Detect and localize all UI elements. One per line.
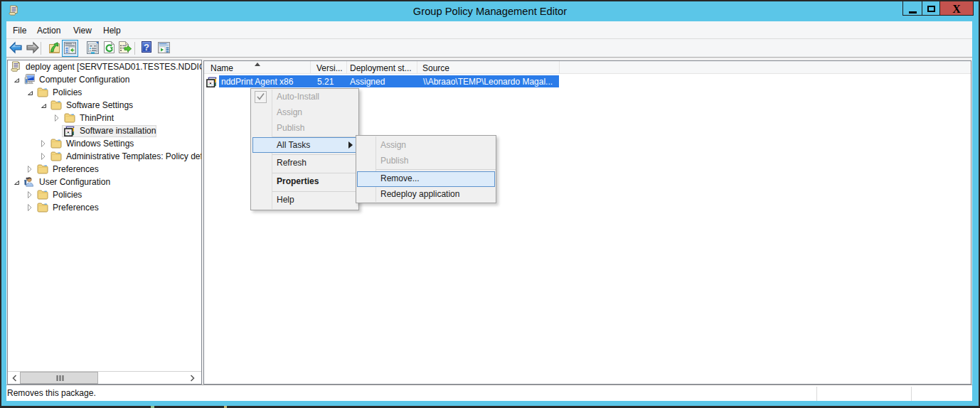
svg-text:?: ? (144, 42, 149, 53)
